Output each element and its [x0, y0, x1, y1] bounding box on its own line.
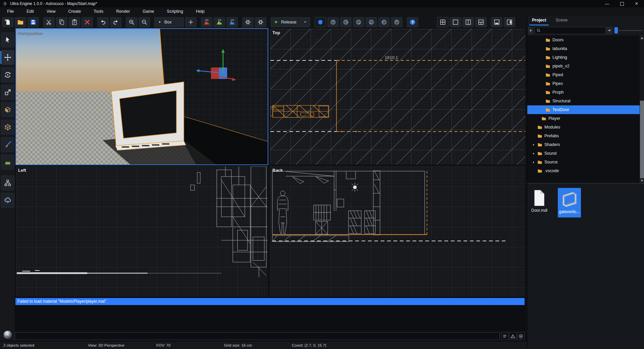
layout-quad-button[interactable] [437, 17, 448, 27]
scroll-up-button[interactable] [640, 36, 644, 40]
paste-button[interactable] [69, 17, 80, 27]
log-clear-button[interactable] [517, 332, 525, 340]
menu-scripting[interactable]: Scripting [160, 7, 190, 16]
expand-icon[interactable] [532, 152, 535, 155]
zoom-in-button[interactable] [126, 17, 137, 27]
minimize-button[interactable]: — [600, 0, 614, 7]
terrain-tool[interactable] [1, 155, 14, 169]
download-tool[interactable] [1, 193, 14, 208]
render-mode-7-button[interactable] [391, 17, 402, 27]
log-warnings-button[interactable] [509, 332, 517, 340]
terrain-red-button[interactable] [201, 17, 212, 27]
tree-scrollbar[interactable] [640, 36, 644, 183]
tab-project[interactable]: Project [527, 16, 551, 26]
open-map-button[interactable] [15, 17, 26, 27]
tree-item-source[interactable]: Source [527, 158, 640, 166]
tab-scene[interactable]: Scene [551, 16, 572, 26]
tree-item-pipeb-v2[interactable]: pipeb_v2 [527, 62, 640, 70]
user-avatar[interactable] [3, 330, 12, 340]
new-map-button[interactable] [2, 17, 13, 27]
expand-icon[interactable] [532, 160, 535, 164]
tree-item-structural[interactable]: Structural [527, 97, 640, 105]
primitive-dropdown[interactable]: Box [154, 17, 184, 27]
menu-render[interactable]: Render [110, 7, 136, 16]
cut-button[interactable] [43, 17, 55, 27]
menu-file[interactable]: File [1, 7, 20, 16]
face-select-tool[interactable] [1, 102, 14, 117]
tree-item-sound[interactable]: Sound [527, 149, 640, 158]
layout-tsplit-button[interactable] [475, 17, 487, 27]
save-map-button[interactable] [28, 17, 39, 27]
copy-button[interactable] [56, 17, 67, 27]
search-filter-dropdown[interactable] [606, 27, 612, 34]
render-mode-2-button[interactable] [327, 17, 339, 27]
tree-item-label: .vscode [544, 166, 559, 175]
layout-vsplit-button[interactable] [463, 17, 474, 27]
tree-item-doors[interactable]: Doors [527, 36, 640, 44]
file-gatevertic-[interactable]: gatevertic... [558, 188, 581, 217]
tree-item-lighting[interactable]: Lighting [527, 53, 640, 62]
tree-item-modules[interactable]: Modules [527, 123, 640, 132]
sphere-2-icon [342, 18, 350, 26]
render-mode-3-button[interactable] [340, 17, 352, 27]
tree-item-proph[interactable]: Proph [527, 88, 640, 97]
tree-item-labunita[interactable]: labunita [527, 44, 640, 53]
tree-item-player[interactable]: Player [527, 114, 640, 123]
render-mode-6-button[interactable] [378, 17, 390, 27]
run-dropdown[interactable]: Release [271, 17, 310, 27]
paint-tool[interactable] [1, 137, 14, 152]
tree-item-prefabs[interactable]: Prefabs [527, 132, 640, 140]
menu-help[interactable]: Help [190, 7, 211, 16]
toggle-console-panel-button[interactable] [491, 17, 502, 27]
scroll-down-button[interactable] [640, 178, 644, 183]
console-log[interactable]: Failed to load material "Models/Player/p… [15, 297, 525, 330]
tree-item--vscode[interactable]: .vscode [527, 166, 640, 175]
asset-search-input[interactable] [541, 27, 605, 34]
hierarchy-tool[interactable] [1, 176, 14, 190]
menu-view[interactable]: View [40, 7, 62, 16]
undo-button[interactable] [97, 17, 109, 27]
menu-create[interactable]: Create [62, 7, 88, 16]
redo-button[interactable] [110, 17, 121, 27]
add-asset-button[interactable] [528, 27, 533, 34]
zoom-out-button[interactable] [139, 17, 150, 27]
move-tool[interactable] [1, 50, 14, 65]
thumbnail-size-slider[interactable] [614, 27, 618, 34]
viewport-left[interactable]: Left [16, 166, 268, 297]
render-mode-4-button[interactable] [353, 17, 364, 27]
viewport-top[interactable]: 1610.1 Top [270, 29, 525, 164]
tree-item-pipes[interactable]: Pipes [527, 79, 640, 88]
render-mode-solid-button[interactable] [315, 17, 326, 27]
tree-item-shaders[interactable]: Shaders [527, 140, 640, 149]
terrain-green-button[interactable] [214, 17, 225, 27]
object-select-tool[interactable] [1, 120, 14, 135]
scrollbar-thumb[interactable] [640, 101, 644, 178]
terrain-blue-button[interactable] [226, 17, 238, 27]
console-message[interactable]: Failed to load material "Models/Player/p… [15, 298, 525, 305]
viewport-perspective[interactable]: Perspective [16, 29, 268, 164]
tree-item-testdoor[interactable]: TestDoor [527, 105, 640, 114]
layout-single-button[interactable] [450, 17, 461, 27]
toggle-side-panel-button[interactable] [504, 17, 515, 27]
help-button[interactable]: ? [407, 17, 418, 27]
tree-item-piped[interactable]: Piped [527, 70, 640, 79]
viewport-back[interactable]: Back [270, 166, 525, 297]
close-button[interactable]: × [629, 0, 644, 7]
delete-button[interactable] [82, 17, 93, 27]
file-label: Door.mdl [531, 208, 547, 213]
console-command-input[interactable] [15, 332, 500, 340]
menu-edit[interactable]: Edit [20, 7, 40, 16]
select-tool[interactable] [1, 33, 14, 47]
menu-game[interactable]: Game [136, 7, 160, 16]
maximize-button[interactable] [614, 0, 629, 7]
menu-tools[interactable]: Tools [87, 7, 110, 16]
scale-tool[interactable] [1, 85, 14, 100]
add-primitive-button[interactable] [185, 17, 197, 27]
file-door-mdl[interactable]: Door.mdl [530, 188, 549, 217]
build-settings-button[interactable] [255, 17, 266, 27]
rotate-tool[interactable] [1, 67, 14, 82]
log-list-button[interactable] [501, 332, 508, 340]
expand-icon[interactable] [532, 143, 535, 146]
settings-button[interactable] [242, 17, 254, 27]
render-mode-5-button[interactable] [366, 17, 377, 27]
